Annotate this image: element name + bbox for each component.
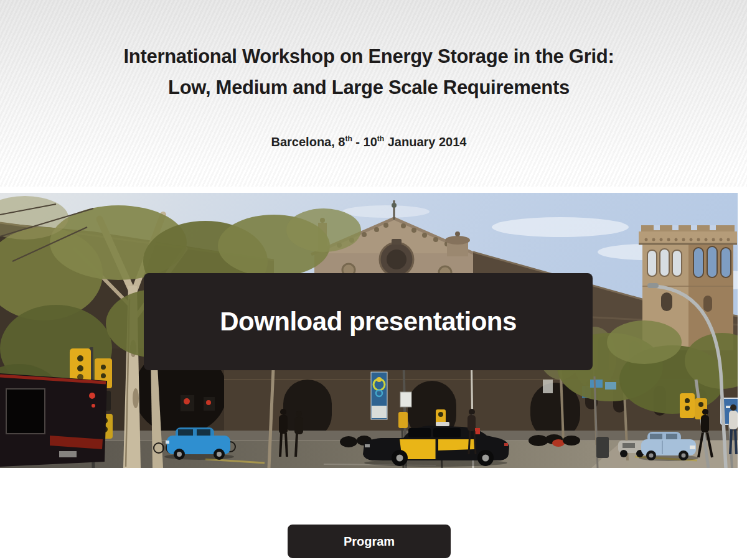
event-date-city: Barcelona, 8 (271, 135, 345, 149)
tower-windows-front (647, 249, 682, 276)
red-signal-light (184, 398, 190, 404)
tower-windows-side (693, 246, 731, 278)
event-date-rest: January 2014 (384, 135, 466, 149)
city-bus (0, 373, 107, 467)
page-title-line1: International Workshop on Energy Storage… (0, 41, 738, 72)
page-title-line2: Low, Medium and Large Scale Requirements (0, 72, 738, 103)
download-presentations-button[interactable]: Download presentations (144, 273, 593, 370)
event-date-range: - 10 (352, 135, 377, 149)
page-title: International Workshop on Energy Storage… (0, 0, 738, 103)
program-button[interactable]: Program (288, 525, 451, 558)
event-date: Barcelona, 8th - 10th January 2014 (0, 134, 738, 149)
workshop-landing-page: International Workshop on Energy Storage… (0, 0, 747, 560)
event-date-sup1: th (345, 134, 352, 143)
event-date-sup2: th (377, 134, 384, 143)
